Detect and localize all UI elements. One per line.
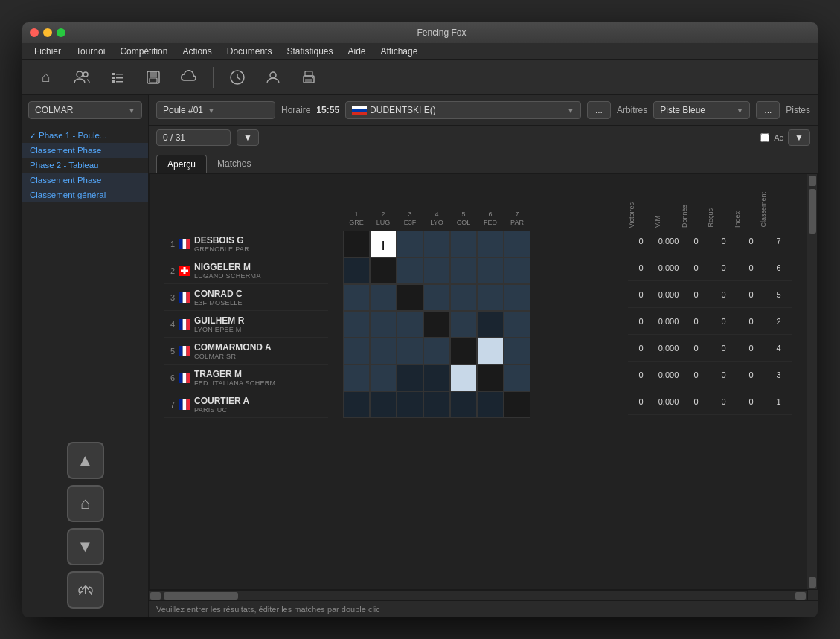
grid-cell-5-1[interactable]: [343, 338, 370, 365]
scroll-up-arrow[interactable]: [809, 176, 816, 186]
menu-fichier[interactable]: Fichier: [28, 45, 67, 58]
pistes-ellipsis-btn[interactable]: ...: [756, 101, 780, 119]
grid-cell-2-2: [370, 257, 397, 284]
hscroll-thumb[interactable]: [164, 592, 238, 600]
menu-documents[interactable]: Documents: [221, 45, 278, 58]
bottom-expand-btn[interactable]: ▼: [788, 129, 810, 146]
upload-button[interactable]: [67, 571, 104, 609]
grid-cell-7-2[interactable]: [370, 391, 397, 418]
grid-cell-6-5[interactable]: [450, 365, 477, 391]
grid-cell-4-3[interactable]: [397, 311, 423, 338]
menu-aide[interactable]: Aide: [342, 45, 372, 58]
list-icon[interactable]: [106, 65, 129, 89]
grid-cell-6-6: [477, 365, 504, 391]
col-header-2: 2: [381, 211, 385, 219]
grid-cell-4-5[interactable]: [450, 311, 477, 338]
grid-cell-1-2[interactable]: |: [370, 231, 397, 257]
sidebar-item-classement-general[interactable]: Classement général: [22, 187, 148, 202]
grid-cell-1-7[interactable]: [504, 231, 530, 257]
ac-checkbox[interactable]: [760, 133, 769, 142]
table-row: 0 0,000 0 0 0 5: [628, 281, 792, 308]
grid-cell-6-4[interactable]: [423, 365, 450, 391]
tab-matches[interactable]: Matches: [207, 155, 261, 173]
tab-apercu[interactable]: Aperçu: [156, 155, 207, 173]
grid-cell-2-5[interactable]: [450, 257, 477, 284]
grid-cell-3-2[interactable]: [370, 284, 397, 311]
fullscreen-button[interactable]: [57, 28, 65, 37]
clock-icon[interactable]: [225, 65, 249, 89]
grid-cell-1-3[interactable]: [397, 231, 423, 257]
menu-affichage[interactable]: Affichage: [375, 45, 424, 58]
home-icon[interactable]: ⌂: [34, 65, 58, 89]
down-button[interactable]: ▼: [67, 528, 104, 565]
france-flag: [179, 319, 190, 330]
city-dropdown[interactable]: COLMAR ▼: [28, 101, 142, 119]
grid-cell-2-7[interactable]: [504, 257, 530, 284]
grid-cell-7-5[interactable]: [450, 391, 477, 418]
horizontal-scrollbar[interactable]: [149, 590, 807, 600]
up-button[interactable]: ▲: [67, 442, 104, 479]
menu-actions[interactable]: Actions: [176, 45, 217, 58]
sidebar-item-phase2-tableau[interactable]: Phase 2 - Tableau: [22, 158, 148, 173]
scroll-right-arrow[interactable]: [795, 592, 806, 600]
arbitres-ellipsis-btn[interactable]: ...: [587, 101, 611, 119]
grid-cell-3-3: [397, 284, 423, 311]
menu-competition[interactable]: Compétition: [114, 45, 173, 58]
svg-rect-24: [186, 239, 190, 249]
grid-cell-6-7[interactable]: [504, 365, 530, 391]
grid-cell-7-3[interactable]: [397, 391, 423, 418]
user-icon[interactable]: [261, 65, 285, 89]
grid-cell-2-6[interactable]: [477, 257, 504, 284]
col-abbr-2: LUG: [376, 219, 391, 228]
piste-dropdown[interactable]: Piste Bleue ▼: [653, 101, 750, 119]
grid-cell-1-6[interactable]: [477, 231, 504, 257]
close-button[interactable]: [30, 28, 39, 37]
grid-cell-6-1[interactable]: [343, 365, 370, 391]
grid-cell-4-2[interactable]: [370, 311, 397, 338]
grid-cell-2-3[interactable]: [397, 257, 423, 284]
poule-dropdown[interactable]: Poule #01 ▼: [156, 101, 275, 119]
grid-cell-3-1[interactable]: [343, 284, 370, 311]
grid-cell-2-1[interactable]: [343, 257, 370, 284]
save-icon[interactable]: [141, 65, 165, 89]
sidebar-item-phase1[interactable]: ✓ Phase 1 - Poule...: [22, 128, 148, 143]
grid-cell-4-1[interactable]: [343, 311, 370, 338]
minimize-button[interactable]: [43, 28, 52, 37]
scroll-left-arrow[interactable]: [150, 592, 161, 600]
grid-cell-5-2[interactable]: [370, 338, 397, 365]
menu-tournoi[interactable]: Tournoi: [70, 45, 111, 58]
sidebar-item-classement-phase2[interactable]: Classement Phase: [22, 173, 148, 187]
expand-btn[interactable]: ▼: [237, 129, 259, 146]
france-flag: [179, 399, 190, 410]
grid-cell-5-3[interactable]: [397, 338, 423, 365]
home-button[interactable]: ⌂: [67, 485, 104, 522]
svg-line-13: [237, 77, 240, 80]
grid-cell-4-7[interactable]: [504, 311, 530, 338]
athlete-dropdown[interactable]: DUDENTSKI E() ▼: [345, 101, 581, 119]
grid-cell-6-3[interactable]: [397, 365, 423, 391]
grid-cell-2-4[interactable]: [423, 257, 450, 284]
grid-cell-3-7[interactable]: [504, 284, 530, 311]
grid-cell-7-6[interactable]: [477, 391, 504, 418]
scroll-down-arrow[interactable]: [809, 577, 816, 588]
grid-cell-1-5[interactable]: [450, 231, 477, 257]
grid-cell-3-4[interactable]: [423, 284, 450, 311]
print-icon[interactable]: [297, 65, 321, 89]
grid-cell-3-5[interactable]: [450, 284, 477, 311]
svg-rect-40: [179, 399, 183, 410]
grid-cell-7-1[interactable]: [343, 391, 370, 418]
grid-cell-5-7[interactable]: [504, 338, 530, 365]
grid-cell-5-6[interactable]: [477, 338, 504, 365]
grid-cell-3-6[interactable]: [477, 284, 504, 311]
grid-cell-1-4[interactable]: [423, 231, 450, 257]
grid-cell-7-4[interactable]: [423, 391, 450, 418]
grid-cell-6-2[interactable]: [370, 365, 397, 391]
sidebar-item-classement-phase1[interactable]: Classement Phase: [22, 143, 148, 158]
vertical-scrollbar[interactable]: [807, 174, 817, 589]
cloud-icon[interactable]: [177, 65, 201, 89]
users-icon[interactable]: [70, 65, 94, 89]
scroll-thumb[interactable]: [809, 189, 816, 234]
grid-cell-4-6[interactable]: [477, 311, 504, 338]
grid-cell-5-4[interactable]: [423, 338, 450, 365]
menu-statistiques[interactable]: Statistiques: [280, 45, 339, 58]
